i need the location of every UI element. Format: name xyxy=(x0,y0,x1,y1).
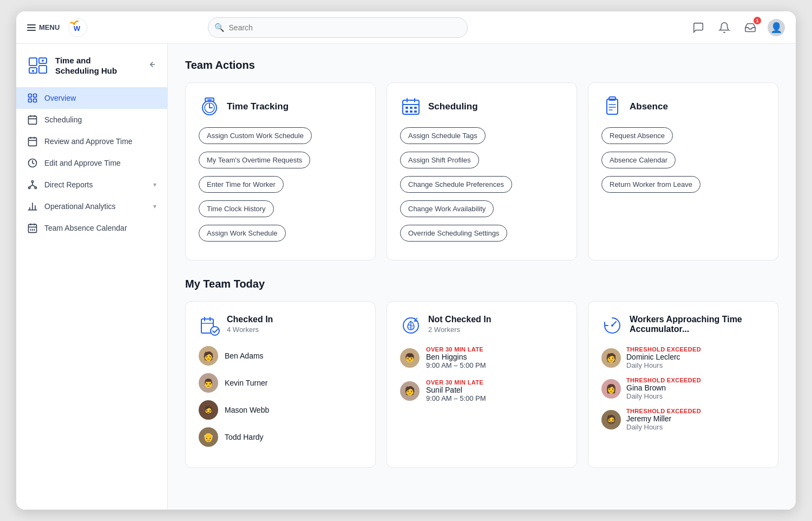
assign-custom-work-schedule-btn[interactable]: Assign Custom Work Schedule xyxy=(199,127,312,144)
enter-time-for-worker-btn[interactable]: Enter Time for Worker xyxy=(199,176,284,193)
sidebar-item-overview[interactable]: Overview xyxy=(16,87,167,109)
ben-higgins-schedule: 9:00 AM – 5:00 PM xyxy=(426,361,486,369)
scheduling-card: Scheduling Assign Schedule Tags Assign S… xyxy=(387,82,577,260)
change-work-availability-btn[interactable]: Change Work Availability xyxy=(400,200,494,217)
jeremy-miller-meta: Daily Hours xyxy=(626,423,701,431)
menu-button[interactable]: MENU xyxy=(27,23,60,31)
review-approve-label: Review and Approve Time xyxy=(44,137,156,146)
sidebar-item-team-absence-calendar[interactable]: Team Absence Calendar xyxy=(16,217,167,239)
user-avatar[interactable]: 👤 xyxy=(768,19,785,36)
sidebar-collapse-button[interactable] xyxy=(147,60,156,72)
absence-calendar-icon xyxy=(27,223,38,233)
svg-rect-13 xyxy=(29,116,37,124)
return-worker-from-leave-btn[interactable]: Return Worker from Leave xyxy=(601,176,700,193)
workday-logo: W xyxy=(68,18,88,37)
svg-rect-52 xyxy=(405,110,408,113)
todd-hardy-avatar: 👴 xyxy=(199,427,218,447)
svg-rect-49 xyxy=(405,107,408,109)
overview-label: Overview xyxy=(44,94,156,102)
dominic-leclerc-threshold: THRESHOLD EXCEEDED xyxy=(626,346,701,353)
overview-icon xyxy=(27,93,38,103)
request-absence-btn[interactable]: Request Absence xyxy=(601,127,673,144)
sunil-patel-row: 🧑 OVER 30 MIN LATE Sunil Patel 9:00 AM –… xyxy=(400,379,564,402)
gina-brown-name: Gina Brown xyxy=(626,383,701,392)
svg-rect-2 xyxy=(29,58,37,66)
sidebar-item-direct-reports[interactable]: Direct Reports ▾ xyxy=(16,174,167,196)
gina-brown-meta: Daily Hours xyxy=(626,392,701,400)
time-accumulator-card: Workers Approaching Time Accumulator... … xyxy=(588,301,778,468)
svg-rect-50 xyxy=(410,107,412,109)
not-checked-in-card: Not Checked In 2 Workers 👦 OVER 30 MIN L… xyxy=(387,301,577,468)
not-checked-in-header: Not Checked In 2 Workers xyxy=(400,315,564,336)
svg-line-27 xyxy=(32,185,36,187)
assign-work-schedule-btn[interactable]: Assign Work Schedule xyxy=(199,225,286,242)
time-accumulator-header: Workers Approaching Time Accumulator... xyxy=(601,315,765,336)
ben-higgins-avatar: 👦 xyxy=(400,348,420,368)
not-checked-in-workers-list: 👦 OVER 30 MIN LATE Ben Higgins 9:00 AM –… xyxy=(400,346,564,402)
checked-in-workers-list: 🧑 Ben Adams 👨 Kevin Turner 🧔 Mason Webb xyxy=(199,346,362,447)
svg-rect-5 xyxy=(39,66,47,73)
mason-webb-name: Mason Webb xyxy=(225,406,269,414)
svg-line-26 xyxy=(29,185,32,187)
time-tracking-header: Time Tracking xyxy=(199,96,362,118)
checked-in-title: Checked In xyxy=(227,315,273,324)
sidebar-item-scheduling[interactable]: Scheduling xyxy=(16,109,167,131)
jeremy-miller-name: Jeremy Miller xyxy=(626,414,701,423)
time-tracking-title: Time Tracking xyxy=(227,101,289,112)
inbox-button[interactable]: 1 xyxy=(742,19,759,36)
search-input[interactable] xyxy=(208,17,468,38)
chat-button[interactable] xyxy=(690,19,707,36)
not-checked-in-title: Not Checked In xyxy=(428,315,491,324)
jeremy-miller-info: THRESHOLD EXCEEDED Jeremy Miller Daily H… xyxy=(626,408,701,431)
gina-brown-row: 👩 THRESHOLD EXCEEDED Gina Brown Daily Ho… xyxy=(601,377,765,400)
hub-icon xyxy=(27,55,49,76)
ben-higgins-name: Ben Higgins xyxy=(426,353,486,361)
scheduling-icon xyxy=(27,114,38,125)
sidebar-item-edit-approve-time[interactable]: Edit and Approve Time xyxy=(16,152,167,174)
mason-webb-avatar: 🧔 xyxy=(199,400,218,420)
direct-reports-icon xyxy=(27,179,38,190)
search-icon: 🔍 xyxy=(214,23,225,32)
time-accumulator-title: Workers Approaching Time Accumulator... xyxy=(630,315,765,334)
svg-rect-10 xyxy=(34,94,37,97)
edit-approve-icon xyxy=(27,158,38,168)
notification-button[interactable] xyxy=(716,19,733,36)
scheduling-header: Scheduling xyxy=(400,96,564,118)
assign-schedule-tags-btn[interactable]: Assign Schedule Tags xyxy=(400,127,486,144)
dominic-leclerc-avatar: 🧑 xyxy=(601,348,621,368)
time-clock-history-btn[interactable]: Time Clock History xyxy=(199,200,274,217)
sunil-patel-avatar: 🧑 xyxy=(400,381,420,401)
content-area: Team Actions Time Tracking xyxy=(168,44,796,510)
direct-reports-chevron: ▾ xyxy=(153,181,156,188)
change-schedule-preferences-btn[interactable]: Change Schedule Preferences xyxy=(400,176,512,193)
assign-shift-profiles-btn[interactable]: Assign Shift Profiles xyxy=(400,152,479,168)
gina-brown-avatar: 👩 xyxy=(601,379,621,399)
absence-calendar-btn[interactable]: Absence Calendar xyxy=(601,152,676,168)
sidebar: Time andScheduling Hub Overview xyxy=(16,44,168,510)
absence-buttons: Request Absence Absence Calendar Return … xyxy=(601,127,765,198)
svg-point-7 xyxy=(42,60,44,62)
override-scheduling-settings-btn[interactable]: Override Scheduling Settings xyxy=(400,225,507,242)
my-teams-overtime-requests-btn[interactable]: My Team's Overtime Requests xyxy=(199,152,310,168)
kevin-turner-name: Kevin Turner xyxy=(225,379,267,387)
scheduling-card-title: Scheduling xyxy=(428,101,478,112)
checked-in-header: Checked In 4 Workers xyxy=(199,315,362,336)
jeremy-miller-row: 🧔 THRESHOLD EXCEEDED Jeremy Miller Daily… xyxy=(601,408,765,431)
dominic-leclerc-info: THRESHOLD EXCEEDED Dominic Leclerc Daily… xyxy=(626,346,701,369)
time-tracking-icon xyxy=(199,96,220,118)
svg-point-64 xyxy=(211,327,219,335)
edit-approve-label: Edit and Approve Time xyxy=(44,159,156,167)
chat-icon xyxy=(692,22,704,34)
time-tracking-card: Time Tracking Assign Custom Work Schedul… xyxy=(185,82,376,260)
analytics-chevron: ▾ xyxy=(153,203,156,210)
direct-reports-label: Direct Reports xyxy=(44,180,147,189)
top-nav: MENU W 🔍 xyxy=(16,11,796,44)
svg-rect-11 xyxy=(29,99,32,102)
time-accumulator-icon xyxy=(601,315,623,336)
ben-adams-avatar: 🧑 xyxy=(199,346,218,366)
dominic-leclerc-meta: Daily Hours xyxy=(626,361,701,369)
sidebar-item-operational-analytics[interactable]: Operational Analytics ▾ xyxy=(16,196,167,217)
worker-row: 👨 Kevin Turner xyxy=(199,373,362,393)
sidebar-item-review-approve-time[interactable]: Review and Approve Time xyxy=(16,131,167,152)
gina-brown-threshold: THRESHOLD EXCEEDED xyxy=(626,377,701,383)
